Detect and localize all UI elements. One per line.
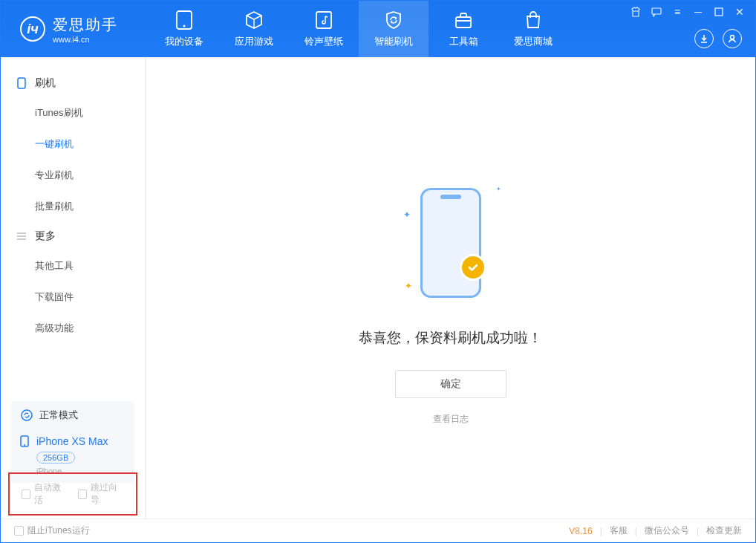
sparkle-icon: ✦: [405, 281, 412, 291]
group-label: 更多: [35, 230, 56, 243]
footer-link-wechat[interactable]: 微信公众号: [645, 524, 689, 537]
device-capacity-badge: 256GB: [36, 452, 75, 464]
list-icon: [16, 230, 27, 242]
sidebar-item-other-tools[interactable]: 其他工具: [1, 250, 145, 282]
minimize-button[interactable]: ─: [693, 7, 703, 17]
sidebar-item-itunes-flash[interactable]: iTunes刷机: [1, 97, 145, 129]
svg-rect-5: [715, 8, 723, 16]
tab-ringtone-wallpaper[interactable]: 铃声壁纸: [289, 1, 359, 57]
nav-tabs: 我的设备 应用游戏 铃声壁纸 智能刷机 工具箱 爱思商城: [149, 1, 568, 57]
checkbox-label: 阻止iTunes运行: [27, 524, 90, 537]
device-mode-label: 正常模式: [39, 409, 78, 422]
tab-smart-flash[interactable]: 智能刷机: [359, 1, 428, 57]
checkbox-icon: [22, 490, 30, 499]
tab-label: 我的设备: [165, 35, 203, 48]
group-label: 刷机: [35, 77, 56, 90]
logo-area: iч 爱思助手 www.i4.cn: [1, 15, 149, 44]
separator: |: [600, 526, 602, 536]
checkbox-auto-activate[interactable]: 自动激活: [22, 481, 68, 507]
tab-toolbox[interactable]: 工具箱: [428, 1, 498, 57]
sidebar-item-pro-flash[interactable]: 专业刷机: [1, 160, 145, 191]
music-note-icon: [313, 10, 334, 30]
checkmark-badge-icon: [460, 254, 486, 281]
svg-point-8: [22, 410, 32, 420]
sidebar-item-download-firmware[interactable]: 下载固件: [1, 282, 145, 313]
maximize-button[interactable]: [714, 7, 724, 17]
tab-apps-games[interactable]: 应用游戏: [219, 1, 289, 57]
phone-small-icon: [16, 77, 27, 89]
svg-point-10: [24, 444, 25, 446]
app-header: iч 爱思助手 www.i4.cn 我的设备 应用游戏 铃声壁纸 智能刷机 工具…: [1, 1, 755, 57]
sidebar-item-advanced[interactable]: 高级功能: [1, 313, 145, 344]
close-button[interactable]: ✕: [734, 7, 745, 17]
svg-rect-7: [18, 78, 25, 88]
sidebar-item-oneclick-flash[interactable]: 一键刷机: [1, 129, 145, 160]
svg-rect-2: [316, 12, 331, 28]
sidebar-options-highlighted: 自动激活 跳过向导: [8, 472, 137, 516]
tab-label: 应用游戏: [235, 35, 273, 48]
svg-point-1: [183, 25, 186, 27]
user-account-button[interactable]: [723, 29, 742, 48]
shopping-bag-icon: [523, 10, 544, 30]
sidebar-group-flash: 刷机: [1, 69, 145, 97]
device-icon: [174, 10, 195, 30]
footer-link-service[interactable]: 客服: [610, 524, 628, 537]
success-illustration: ✦ ✦ ✦: [399, 180, 503, 306]
svg-rect-3: [456, 17, 471, 27]
logo-text: 爱思助手 www.i4.cn: [53, 15, 118, 44]
header-actions: [694, 29, 742, 48]
app-subtitle: www.i4.cn: [53, 35, 118, 44]
sparkle-icon: ✦: [496, 186, 501, 192]
sidebar-group-more: 更多: [1, 222, 145, 250]
app-title: 爱思助手: [53, 15, 118, 35]
device-name-row: iPhone XS Max: [20, 435, 126, 447]
sidebar: 刷机 iTunes刷机 一键刷机 专业刷机 批量刷机 更多 其他工具 下载固件 …: [1, 57, 146, 518]
tab-my-device[interactable]: 我的设备: [149, 1, 219, 57]
phone-icon: [20, 435, 32, 447]
feedback-icon[interactable]: [651, 7, 662, 17]
checkbox-icon: [78, 490, 87, 499]
sidebar-item-batch-flash[interactable]: 批量刷机: [1, 191, 145, 222]
ok-button[interactable]: 确定: [395, 370, 506, 398]
cube-icon: [244, 10, 264, 30]
svg-rect-4: [652, 8, 661, 14]
skin-icon[interactable]: [630, 7, 641, 17]
view-log-link[interactable]: 查看日志: [433, 413, 469, 426]
device-name: iPhone XS Max: [36, 435, 108, 447]
tab-label: 爱思商城: [514, 35, 553, 48]
tab-label: 智能刷机: [374, 35, 413, 48]
footer-link-update[interactable]: 检查更新: [706, 524, 742, 537]
shield-sync-icon: [383, 10, 404, 30]
app-logo-icon: iч: [20, 16, 45, 42]
toolbox-icon: [453, 10, 474, 30]
menu-icon[interactable]: ≡: [672, 7, 682, 17]
svg-point-6: [731, 36, 734, 39]
checkbox-label: 自动激活: [34, 481, 68, 507]
separator: |: [697, 526, 699, 536]
version-text: V8.16: [569, 526, 592, 536]
separator: |: [635, 526, 637, 536]
footer-right: V8.16 | 客服 | 微信公众号 | 检查更新: [569, 524, 742, 537]
window-controls: ≡ ─ ✕: [630, 7, 745, 17]
sync-icon: [20, 409, 33, 422]
sparkle-icon: ✦: [403, 209, 411, 220]
tab-label: 工具箱: [449, 35, 478, 48]
device-mode-card[interactable]: 正常模式: [11, 401, 134, 429]
checkbox-icon: [14, 526, 24, 536]
main-content: ✦ ✦ ✦ 恭喜您，保资料刷机成功啦！ 确定 查看日志: [146, 57, 755, 518]
footer: 阻止iTunes运行 V8.16 | 客服 | 微信公众号 | 检查更新: [1, 518, 755, 542]
checkbox-skip-guide[interactable]: 跳过向导: [78, 481, 124, 507]
body: 刷机 iTunes刷机 一键刷机 专业刷机 批量刷机 更多 其他工具 下载固件 …: [1, 57, 755, 518]
checkbox-block-itunes[interactable]: 阻止iTunes运行: [14, 524, 90, 537]
phone-outline-icon: [420, 188, 481, 298]
success-message: 恭喜您，保资料刷机成功啦！: [359, 328, 542, 348]
tab-store[interactable]: 爱思商城: [498, 1, 568, 57]
checkbox-label: 跳过向导: [91, 481, 124, 507]
tab-label: 铃声壁纸: [304, 35, 343, 48]
download-button[interactable]: [694, 29, 714, 48]
